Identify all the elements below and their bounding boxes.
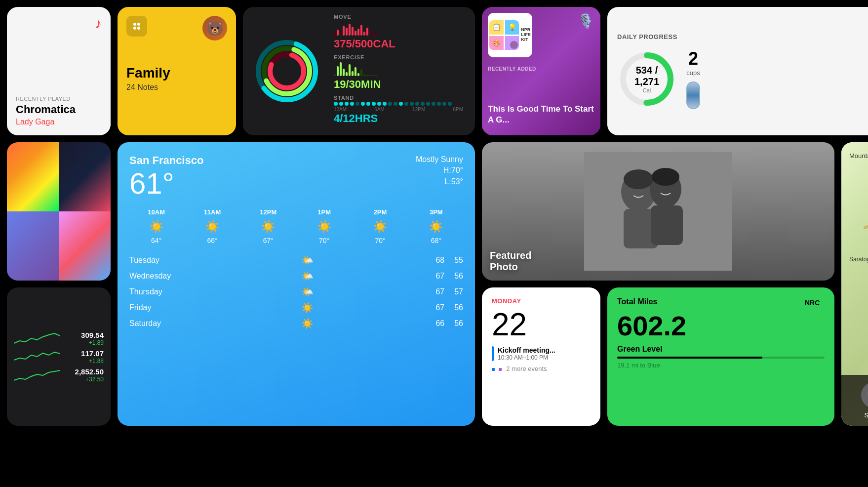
hour-icon-5: ☀️ [409, 220, 463, 234]
cal-more-events: 2 more events [492, 365, 591, 372]
map-search-button[interactable]: 🔍 Search [861, 382, 868, 419]
hour-label-4: 2PM [353, 208, 407, 216]
day-low-4: 56 [454, 319, 463, 328]
stock-row-2: 2,852.50 +32.50 [14, 367, 104, 383]
activity-card: MOVE 375/ [243, 7, 475, 135]
health-pill-icon [686, 81, 700, 109]
podcast-title: This Is Good Time To Start A G... [488, 104, 594, 125]
notes-header: 🐻 [126, 16, 227, 41]
day-row-0: Tuesday 🌤️ 68 55 [129, 254, 463, 266]
day-temps-2: 67 57 [435, 287, 463, 296]
exercise-section: EXERCISE [334, 54, 463, 91]
notes-family-card[interactable]: 🐻 Family 24 Notes [118, 7, 236, 135]
hour-icon-1: ☀️ [185, 220, 239, 234]
hour-icon-3: ☀️ [297, 220, 351, 234]
hour-temp-5: 68° [409, 237, 463, 244]
music-title: Chromatica [16, 104, 102, 116]
map-road-1 [863, 196, 868, 229]
day-name-2: Thursday [129, 287, 179, 296]
exercise-bars [334, 61, 463, 76]
weather-temp: 61° [129, 169, 203, 199]
stand-section: STAND [334, 95, 463, 125]
notes-title: Family [126, 65, 227, 81]
health-center-text: 534 / 1,271 Cal [632, 65, 662, 93]
hour-temp-0: 64° [129, 237, 183, 244]
weather-low: L:53° [416, 176, 463, 187]
weather-city: San Francisco [129, 154, 203, 167]
hour-label-5: 3PM [409, 208, 463, 216]
stock-price-0: 309.54 [64, 331, 104, 339]
day-low-0: 55 [454, 256, 463, 265]
day-temps-0: 68 55 [435, 256, 463, 265]
running-bar [617, 357, 825, 359]
svg-point-1 [137, 23, 140, 26]
hourly-item-5: 3PM ☀️ 68° [409, 208, 463, 244]
cal-event-bar-0 [492, 346, 494, 361]
hourly-item-0: 10AM ☀️ 64° [129, 208, 183, 244]
day-row-2: Thursday 🌤️ 67 57 [129, 286, 463, 298]
podcast-card[interactable]: 📋 💡 🎨 📍 NPR LIFE KIT 🎙️ RECENTLY ADDED T… [482, 7, 600, 135]
day-row-1: Wednesday 🌤️ 67 56 [129, 270, 463, 282]
weather-top: San Francisco 61° Mostly Sunny H:70° L:5… [129, 154, 463, 199]
water-cups: 2 [686, 48, 700, 69]
albums-card [7, 142, 111, 281]
hour-icon-4: ☀️ [353, 220, 407, 234]
notes-subtitle: 24 Notes [126, 83, 227, 92]
hourly-item-1: 11AM ☀️ 66° [185, 208, 239, 244]
day-low-2: 57 [454, 287, 463, 296]
time-6am: 6AM [374, 107, 385, 112]
lifekit-grid: 📋 💡 🎨 📍 [489, 20, 519, 50]
day-row-3: Friday ☀️ 67 56 [129, 302, 463, 314]
day-low-1: 56 [454, 272, 463, 281]
svg-point-3 [137, 27, 140, 30]
album-thumb-4 [59, 211, 111, 281]
move-value: 375/500CAL [334, 38, 463, 50]
lk-cell-1: 📋 [489, 20, 504, 35]
day-row-4: Saturday ☀️ 66 56 [129, 318, 463, 329]
health-right-panel: 2 cups [686, 48, 700, 109]
cal-event-title-0: Kickoff meeting... [498, 346, 555, 354]
stock-price-2: 2,852.50 [64, 367, 104, 376]
day-high-1: 67 [435, 272, 444, 281]
hour-icon-0: ☀️ [129, 220, 183, 234]
day-low-3: 56 [454, 303, 463, 312]
music-icon: ♪ [16, 16, 102, 32]
water-unit: cups [686, 69, 700, 77]
day-high-0: 68 [435, 256, 444, 265]
stock-chart-0 [14, 331, 60, 346]
hour-icon-2: ☀️ [241, 220, 295, 234]
map-card: 280 Mountain View Cupertino Saratoga 🔍 S… [841, 142, 868, 426]
health-cal-value: 534 / 1,271 [632, 65, 662, 87]
exercise-label: EXERCISE [334, 54, 463, 60]
day-high-4: 66 [435, 319, 444, 328]
calendar-card: MONDAY 22 Kickoff meeting... 10:30 AM–1:… [482, 287, 600, 426]
stocks-card: 309.54 +1.89 117.07 +1.88 2,852.50 [7, 287, 111, 426]
stock-row-0: 309.54 +1.89 [14, 331, 104, 346]
podcast-app-icon: 🎙️ [577, 13, 594, 29]
hour-label-0: 10AM [129, 208, 183, 216]
weather-right: Mostly Sunny H:70° L:53° [416, 154, 463, 187]
hour-temp-3: 70° [297, 237, 351, 244]
stock-change-0: +1.89 [64, 339, 104, 346]
photo-children-image [482, 142, 834, 281]
exercise-value: 19/30MIN [334, 78, 463, 91]
stock-chart-2 [14, 367, 60, 382]
svg-point-17 [624, 169, 653, 189]
lk-cell-3: 🎨 [489, 36, 504, 50]
photo-label: Featured Photo [490, 250, 531, 273]
cal-event-0: Kickoff meeting... 10:30 AM–1:00 PM [492, 346, 591, 361]
stock-chart-1 [14, 349, 60, 364]
day-name-4: Saturday [129, 319, 179, 328]
time-6pm: 6PM [453, 107, 463, 112]
move-label: MOVE [334, 14, 463, 20]
running-distance: 19.1 mi to Blue [617, 362, 825, 369]
cal-event-time-0: 10:30 AM–1:00 PM [498, 354, 555, 361]
photo-card: Featured Photo [482, 142, 834, 281]
health-card: DAILY PROGRESS 534 / 1,271 Cal [607, 7, 868, 135]
notes-icon [126, 16, 147, 37]
day-icon-4: ☀️ [301, 318, 314, 329]
running-header: Total Miles NRC [617, 297, 825, 307]
stand-dots [334, 102, 463, 106]
notes-avatar: 🐻 [202, 16, 227, 41]
move-section: MOVE 375/ [334, 14, 463, 50]
